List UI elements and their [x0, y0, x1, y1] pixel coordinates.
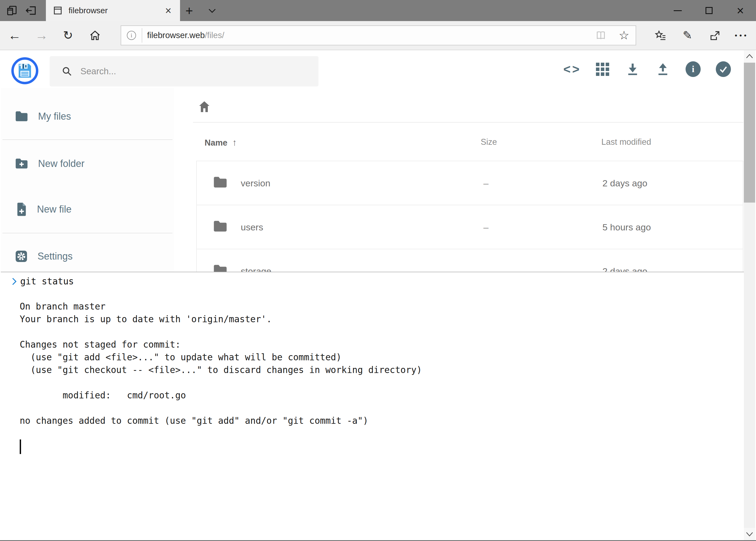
prompt-chevron-icon: [11, 277, 18, 286]
forward-button[interactable]: →: [32, 21, 51, 50]
breadcrumb-home-icon[interactable]: [198, 101, 211, 113]
filebrowser-logo[interactable]: [11, 57, 38, 84]
download-icon[interactable]: [625, 61, 640, 77]
browser-home-button[interactable]: [85, 21, 105, 50]
terminal-panel[interactable]: git status On branch master Your branch …: [1, 272, 744, 540]
file-name: version: [241, 178, 270, 188]
url-text: filebrowser.web/files/: [147, 31, 589, 40]
sidebar-item-my-files[interactable]: My files: [1, 102, 174, 131]
folder-plus-icon: [15, 158, 28, 169]
reading-view-icon[interactable]: [589, 26, 613, 45]
file-plus-icon: [15, 203, 27, 216]
file-size: –: [483, 222, 489, 232]
terminal-cursor: [20, 439, 21, 454]
sort-ascending-icon: ↑: [232, 137, 237, 148]
site-info-icon[interactable]: i: [121, 26, 142, 45]
settings-more-icon[interactable]: •••: [730, 21, 753, 50]
sidebar-item-label: New folder: [38, 158, 85, 169]
sidebar-item-new-folder[interactable]: New folder: [1, 149, 174, 179]
web-note-pen-icon[interactable]: ✎: [676, 21, 699, 50]
page-scrollbar[interactable]: [744, 50, 755, 540]
sidebar-item-new-file[interactable]: New file: [1, 195, 174, 224]
url-bar[interactable]: i filebrowser.web/files/ ☆: [121, 25, 636, 45]
search-icon: [62, 66, 72, 77]
header-action-icons: <> i: [565, 50, 731, 88]
tab-page-icon: [53, 5, 63, 16]
url-host: filebrowser.web: [147, 31, 205, 40]
folder-icon: [213, 220, 227, 233]
grid-view-icon[interactable]: [595, 61, 610, 77]
terminal-prompt-line: git status: [1, 275, 744, 287]
sidebar-item-settings[interactable]: Settings: [1, 242, 174, 271]
tab-title: filebrowser: [69, 6, 163, 15]
window-controls: ×: [662, 0, 756, 21]
file-row[interactable]: users – 5 hours ago: [197, 205, 743, 249]
favorite-star-icon[interactable]: ☆: [613, 26, 635, 45]
file-name: users: [241, 222, 263, 232]
code-icon[interactable]: <>: [565, 61, 580, 77]
favorites-hub-icon[interactable]: [649, 21, 672, 50]
check-icon[interactable]: [716, 61, 731, 77]
content-divider: [193, 122, 743, 123]
scrollbar-thumb[interactable]: [744, 63, 755, 203]
folder-icon: [15, 111, 28, 122]
maximize-button[interactable]: [693, 0, 725, 21]
browser-tab[interactable]: filebrowser ×: [46, 0, 180, 21]
folder-icon: [213, 176, 227, 189]
upload-icon[interactable]: [655, 61, 670, 77]
file-size: –: [483, 178, 489, 188]
minimize-button[interactable]: [662, 0, 693, 21]
file-row[interactable]: version – 2 days ago: [197, 161, 743, 205]
terminal-command: git status: [20, 276, 74, 286]
sidebar-item-label: Settings: [38, 251, 73, 262]
file-modified: 2 days ago: [603, 178, 647, 188]
back-button[interactable]: ←: [5, 21, 24, 50]
sidebar-divider: [2, 139, 172, 140]
search-input[interactable]: [81, 66, 302, 76]
column-header-modified[interactable]: Last modified: [601, 137, 651, 147]
sidebar-item-label: My files: [38, 111, 71, 122]
table-header: Name↑ Size Last modified: [174, 137, 744, 150]
tab-close-icon[interactable]: ×: [163, 5, 173, 16]
column-header-size[interactable]: Size: [481, 137, 497, 147]
share-icon[interactable]: [703, 21, 726, 50]
settings-gear-icon: [15, 250, 28, 263]
scroll-down-icon[interactable]: [744, 528, 755, 540]
tabs-dropdown-icon[interactable]: [204, 3, 220, 18]
url-path: /files/: [205, 31, 224, 40]
close-button[interactable]: ×: [725, 0, 756, 21]
terminal-output: On branch master Your branch is up to da…: [20, 300, 744, 427]
sidebar-divider: [2, 233, 172, 234]
file-modified: 5 hours ago: [603, 222, 651, 232]
url-divider: [142, 28, 142, 43]
sidebar-item-label: New file: [37, 204, 72, 215]
tab-preview-icon[interactable]: [3, 0, 21, 21]
refresh-button[interactable]: ↻: [58, 21, 78, 50]
new-tab-button[interactable]: +: [181, 3, 197, 18]
info-icon[interactable]: i: [685, 61, 701, 77]
set-tabs-aside-icon[interactable]: [22, 0, 39, 21]
search-bar: [50, 56, 319, 86]
titlebar: filebrowser × + ×: [0, 0, 756, 21]
column-header-name[interactable]: Name↑: [205, 137, 237, 148]
address-toolbar: ← → ↻ i filebrowser.web/files/ ☆: [0, 21, 756, 50]
scroll-up-icon[interactable]: [744, 50, 755, 63]
